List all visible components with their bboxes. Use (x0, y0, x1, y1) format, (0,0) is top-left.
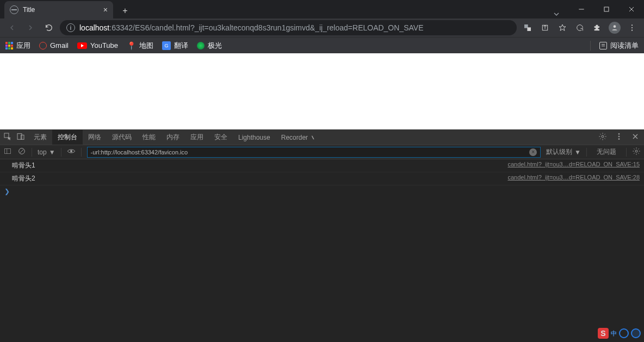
ime-label: 中 (611, 329, 617, 338)
tab-sync-icon[interactable] (572, 20, 587, 35)
translate-bm-icon: G (162, 41, 171, 50)
navbar: i localhost:63342/ES6/candel.html?_ijt=o… (0, 18, 644, 37)
bookmark-polar-label: 极光 (208, 41, 222, 51)
bookmark-maps-label: 地图 (139, 41, 153, 51)
tab-security[interactable]: 安全 (209, 130, 233, 145)
polar-icon (197, 42, 205, 49)
tab-memory[interactable]: 内存 (161, 130, 185, 145)
console-toolbar: top ▼ -url:http://localhost:63342/favico… (0, 145, 644, 159)
device-toggle-icon[interactable] (16, 132, 25, 142)
tab-sources[interactable]: 源代码 (107, 130, 137, 145)
ime-icon: S (598, 328, 609, 339)
maximize-button[interactable] (594, 0, 619, 18)
tab-recorder[interactable]: Recorder (276, 130, 321, 145)
tab-console[interactable]: 控制台 (52, 130, 83, 145)
url-host: localhost (79, 23, 109, 32)
address-bar[interactable]: i localhost:63342/ES6/candel.html?_ijt=o… (60, 20, 517, 35)
bookmark-bar: 应用 Gmail YouTube 📍 地图 G 翻译 极光 阅读清单 (0, 37, 644, 53)
tab-search-icon[interactable] (544, 10, 569, 18)
new-tab-button[interactable]: + (117, 3, 133, 18)
back-button[interactable] (4, 20, 20, 35)
titlebar: Title × + (0, 0, 644, 18)
bookmark-apps-label: 应用 (16, 41, 30, 51)
context-selector[interactable]: top ▼ (38, 148, 55, 156)
globe-icon (10, 5, 18, 14)
share-icon[interactable] (537, 20, 553, 35)
log-level-selector[interactable]: 默认级别 ▼ (546, 147, 581, 157)
bookmark-youtube[interactable]: YouTube (77, 41, 118, 49)
watermark-icon (631, 328, 641, 338)
log-source-link[interactable]: candel.html?_ijt=ou3…d=RELOAD_ON_SAVE:15 (507, 161, 640, 170)
console-filter-value: -url:http://localhost:63342/favicon.ico (91, 149, 188, 156)
svg-point-15 (618, 139, 620, 140)
reading-list-label: 阅读清单 (610, 41, 639, 51)
chevron-down-icon: ▼ (574, 148, 581, 156)
console-prompt[interactable]: ❯ (0, 185, 644, 197)
bookmark-gmail-label: Gmail (50, 41, 69, 49)
console-filter-input[interactable]: -url:http://localhost:63342/favicon.ico … (87, 147, 541, 158)
log-row: 啃骨头2 candel.html?_ijt=ou3…d=RELOAD_ON_SA… (0, 172, 644, 185)
browser-tab[interactable]: Title × (4, 1, 113, 18)
bookmark-translate[interactable]: G 翻译 (162, 41, 188, 51)
svg-point-14 (618, 136, 620, 137)
gmail-icon (39, 42, 47, 49)
svg-line-19 (20, 150, 24, 153)
bookmark-star-icon[interactable] (555, 20, 570, 35)
devtools-settings-icon[interactable] (598, 132, 607, 142)
tab-elements[interactable]: 元素 (28, 130, 52, 145)
console-settings-icon[interactable] (632, 147, 641, 157)
reading-list-button[interactable]: 阅读清单 (599, 41, 639, 51)
site-info-icon[interactable]: i (66, 23, 75, 32)
svg-rect-11 (21, 135, 24, 139)
svg-point-13 (618, 133, 620, 134)
clear-filter-icon[interactable]: × (529, 148, 537, 156)
inspect-element-icon[interactable] (3, 132, 12, 142)
svg-point-21 (635, 150, 637, 152)
devtools-more-icon[interactable] (615, 132, 623, 142)
reload-button[interactable] (41, 20, 57, 35)
extensions-icon[interactable] (590, 20, 605, 35)
youtube-icon (77, 42, 87, 49)
forward-button[interactable] (23, 20, 38, 35)
tab-lighthouse[interactable]: Lighthouse (233, 130, 276, 145)
log-level-label: 默认级别 (546, 147, 572, 157)
minimize-button[interactable] (569, 0, 594, 18)
profile-avatar[interactable] (607, 20, 622, 35)
bookmark-translate-label: 翻译 (174, 41, 188, 51)
bookmark-apps[interactable]: 应用 (5, 41, 30, 51)
log-source-link[interactable]: candel.html?_ijt=ou3…d=RELOAD_ON_SAVE:28 (507, 174, 640, 183)
chevron-down-icon: ▼ (49, 148, 55, 156)
svg-point-20 (70, 150, 72, 152)
svg-point-8 (631, 30, 633, 31)
translate-icon[interactable] (520, 20, 535, 35)
reading-list-icon (599, 42, 607, 49)
tab-application[interactable]: 应用 (185, 130, 209, 145)
svg-rect-3 (527, 27, 531, 31)
prompt-chevron-icon: ❯ (4, 188, 10, 195)
tab-performance[interactable]: 性能 (137, 130, 161, 145)
url-path: :63342/ES6/candel.html?_ijt=ou3kalteconq… (109, 23, 423, 32)
watermark: S 中 (598, 328, 641, 339)
issues-button[interactable]: 无问题 (592, 147, 621, 157)
bookmark-maps[interactable]: 📍 地图 (127, 41, 153, 51)
svg-point-7 (631, 27, 633, 28)
close-window-button[interactable] (619, 0, 644, 18)
console-body[interactable]: 啃骨头1 candel.html?_ijt=ou3…d=RELOAD_ON_SA… (0, 159, 644, 342)
browser-menu-icon[interactable] (624, 20, 640, 35)
log-row: 啃骨头1 candel.html?_ijt=ou3…d=RELOAD_ON_SA… (0, 159, 644, 172)
bookmark-gmail[interactable]: Gmail (39, 41, 69, 49)
log-message: 啃骨头1 (12, 161, 507, 170)
tab-network[interactable]: 网络 (83, 130, 107, 145)
bookmark-youtube-label: YouTube (90, 41, 118, 49)
live-expression-icon[interactable] (67, 147, 76, 157)
devtools-close-icon[interactable] (631, 132, 640, 142)
bookmark-polar[interactable]: 极光 (197, 41, 222, 51)
toggle-sidebar-icon[interactable] (3, 147, 12, 157)
svg-point-5 (614, 25, 616, 28)
apps-icon (5, 42, 13, 49)
svg-point-12 (602, 135, 604, 138)
close-tab-icon[interactable]: × (103, 5, 108, 14)
tab-title: Title (23, 6, 99, 14)
clear-console-icon[interactable] (17, 147, 26, 157)
svg-rect-16 (5, 148, 11, 153)
